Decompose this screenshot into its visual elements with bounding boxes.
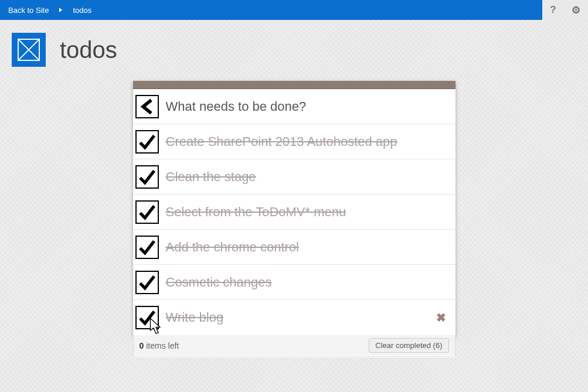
todo-label[interactable]: Clean the stage xyxy=(166,169,448,185)
todo-item-row: Add the chrome control✖ xyxy=(133,230,456,265)
todo-checkbox[interactable] xyxy=(135,200,159,224)
top-nav-bar: Back to Site todos ? ⚙ xyxy=(0,0,588,20)
page-header: todos xyxy=(0,20,588,81)
top-right-icon-group: ? ⚙ xyxy=(542,0,588,20)
todo-checkbox[interactable] xyxy=(135,130,159,154)
todo-item-row: Clean the stage✖ xyxy=(133,159,456,195)
page-title: todos xyxy=(60,37,117,63)
todo-list: Create SharePoint 2013 Autohosted app✖Cl… xyxy=(133,124,456,335)
clear-completed-button[interactable]: Clear completed (6) xyxy=(369,338,448,353)
todo-top-band xyxy=(133,81,456,89)
settings-gear-icon[interactable]: ⚙ xyxy=(572,4,580,16)
todo-label[interactable]: Cosmetic changes xyxy=(166,275,448,290)
todo-footer: 0 items left Clear completed (6) xyxy=(133,335,456,356)
todo-checkbox[interactable] xyxy=(135,236,159,259)
breadcrumb-current[interactable]: todos xyxy=(73,6,91,15)
todo-label[interactable]: Add the chrome control xyxy=(166,240,448,255)
delete-todo-button[interactable]: ✖ xyxy=(434,311,448,325)
todo-item-row: Select from the ToDoMV* menu✖ xyxy=(133,195,456,230)
back-to-site-link[interactable]: Back to Site xyxy=(8,6,49,15)
app-logo-icon xyxy=(18,39,40,61)
todo-label[interactable]: Write blog xyxy=(166,310,434,325)
new-todo-input[interactable] xyxy=(166,96,448,118)
todo-checkbox[interactable] xyxy=(135,271,159,294)
help-icon[interactable]: ? xyxy=(550,4,556,16)
toggle-all-checkbox[interactable] xyxy=(135,95,159,118)
app-logo-tile[interactable] xyxy=(12,33,46,67)
items-left-count: 0 items left xyxy=(140,341,179,350)
todo-checkbox[interactable] xyxy=(135,165,159,189)
new-todo-row xyxy=(133,89,456,124)
todo-item-row: Create SharePoint 2013 Autohosted app✖ xyxy=(133,124,456,159)
items-left-text: items left xyxy=(144,341,179,350)
todo-label[interactable]: Select from the ToDoMV* menu xyxy=(166,204,448,220)
todo-label[interactable]: Create SharePoint 2013 Autohosted app xyxy=(166,134,448,149)
chevron-left-icon xyxy=(139,98,155,115)
todo-app: Create SharePoint 2013 Autohosted app✖Cl… xyxy=(133,81,456,335)
todo-item-row: Cosmetic changes✖ xyxy=(133,265,456,300)
todo-item-row: Write blog✖ xyxy=(133,300,456,335)
chevron-right-icon xyxy=(59,8,62,12)
todo-checkbox[interactable] xyxy=(135,306,159,329)
